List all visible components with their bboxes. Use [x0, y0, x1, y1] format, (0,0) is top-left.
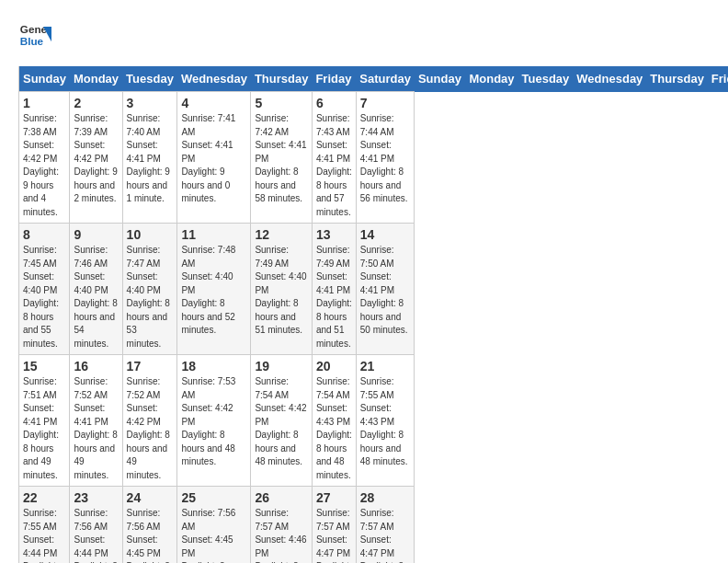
cell-content: Sunrise: 7:50 AMSunset: 4:41 PMDaylight:…	[360, 244, 411, 338]
logo: General Blue	[18, 18, 55, 52]
col-header-wednesday: Wednesday	[177, 66, 251, 92]
cell-content: Sunrise: 7:47 AMSunset: 4:40 PMDaylight:…	[127, 244, 174, 350]
cell-content: Sunrise: 7:42 AMSunset: 4:41 PMDaylight:…	[255, 112, 308, 206]
logo-icon: General Blue	[18, 18, 51, 52]
cell-content: Sunrise: 7:55 AMSunset: 4:43 PMDaylight:…	[360, 375, 411, 469]
calendar-cell: 3Sunrise: 7:40 AMSunset: 4:41 PMDaylight…	[122, 92, 177, 224]
cell-content: Sunrise: 7:56 AMSunset: 4:45 PMDaylight:…	[127, 507, 174, 563]
day-number: 15	[23, 359, 65, 373]
day-number: 5	[255, 96, 308, 110]
day-number: 28	[360, 490, 411, 505]
day-number: 21	[360, 359, 411, 373]
calendar-week-row: 22Sunrise: 7:55 AMSunset: 4:44 PMDayligh…	[19, 487, 729, 564]
calendar-cell: 2Sunrise: 7:39 AMSunset: 4:42 PMDaylight…	[70, 92, 122, 224]
day-number: 16	[74, 359, 118, 373]
day-number: 17	[127, 359, 174, 373]
calendar-cell: 6Sunrise: 7:43 AMSunset: 4:41 PMDaylight…	[312, 92, 356, 224]
calendar-cell: 9Sunrise: 7:46 AMSunset: 4:40 PMDaylight…	[70, 224, 122, 355]
calendar-cell: 4Sunrise: 7:41 AMSunset: 4:41 PMDaylight…	[177, 92, 251, 224]
calendar-cell: 27Sunrise: 7:57 AMSunset: 4:47 PMDayligh…	[312, 487, 356, 564]
calendar-cell: 20Sunrise: 7:54 AMSunset: 4:43 PMDayligh…	[312, 355, 356, 487]
calendar-cell: 17Sunrise: 7:52 AMSunset: 4:42 PMDayligh…	[122, 355, 177, 487]
cell-content: Sunrise: 7:51 AMSunset: 4:41 PMDaylight:…	[23, 375, 65, 482]
cell-content: Sunrise: 7:48 AMSunset: 4:40 PMDaylight:…	[181, 244, 246, 338]
calendar-cell: 22Sunrise: 7:55 AMSunset: 4:44 PMDayligh…	[19, 487, 70, 564]
calendar-cell: 16Sunrise: 7:52 AMSunset: 4:41 PMDayligh…	[70, 355, 122, 487]
col-header-thursday: Thursday	[646, 66, 708, 92]
cell-content: Sunrise: 7:49 AMSunset: 4:40 PMDaylight:…	[255, 244, 308, 338]
col-header-sunday: Sunday	[415, 66, 465, 92]
cell-content: Sunrise: 7:54 AMSunset: 4:42 PMDaylight:…	[255, 375, 308, 469]
day-number: 20	[316, 359, 352, 373]
col-header-monday: Monday	[465, 66, 518, 92]
svg-text:Blue: Blue	[20, 35, 44, 47]
cell-content: Sunrise: 7:46 AMSunset: 4:40 PMDaylight:…	[74, 244, 118, 350]
calendar-cell: 23Sunrise: 7:56 AMSunset: 4:44 PMDayligh…	[70, 487, 122, 564]
day-number: 3	[127, 96, 174, 110]
cell-content: Sunrise: 7:56 AMSunset: 4:44 PMDaylight:…	[74, 507, 118, 563]
day-number: 10	[127, 227, 174, 242]
day-number: 2	[74, 96, 118, 110]
calendar-cell: 18Sunrise: 7:53 AMSunset: 4:42 PMDayligh…	[177, 355, 251, 487]
calendar-cell: 28Sunrise: 7:57 AMSunset: 4:47 PMDayligh…	[356, 487, 415, 564]
calendar-cell: 21Sunrise: 7:55 AMSunset: 4:43 PMDayligh…	[356, 355, 415, 487]
col-header-saturday: Saturday	[356, 66, 415, 92]
day-number: 14	[360, 227, 411, 242]
page-header: General Blue	[18, 18, 710, 52]
cell-content: Sunrise: 7:57 AMSunset: 4:47 PMDaylight:…	[360, 507, 411, 563]
calendar-table: SundayMondayTuesdayWednesdayThursdayFrid…	[18, 66, 728, 563]
day-number: 6	[316, 96, 352, 110]
calendar-cell: 14Sunrise: 7:50 AMSunset: 4:41 PMDayligh…	[356, 224, 415, 355]
col-header-tuesday: Tuesday	[122, 66, 177, 92]
calendar-cell: 8Sunrise: 7:45 AMSunset: 4:40 PMDaylight…	[19, 224, 70, 355]
calendar-header-row: SundayMondayTuesdayWednesdayThursdayFrid…	[19, 66, 729, 92]
cell-content: Sunrise: 7:49 AMSunset: 4:41 PMDaylight:…	[316, 244, 352, 350]
cell-content: Sunrise: 7:43 AMSunset: 4:41 PMDaylight:…	[316, 112, 352, 219]
col-header-monday: Monday	[70, 66, 122, 92]
col-header-sunday: Sunday	[19, 66, 70, 92]
cell-content: Sunrise: 7:52 AMSunset: 4:41 PMDaylight:…	[74, 375, 118, 482]
col-header-thursday: Thursday	[251, 66, 313, 92]
day-number: 22	[23, 490, 65, 505]
day-number: 25	[181, 490, 246, 505]
calendar-cell: 13Sunrise: 7:49 AMSunset: 4:41 PMDayligh…	[312, 224, 356, 355]
day-number: 24	[127, 490, 174, 505]
cell-content: Sunrise: 7:52 AMSunset: 4:42 PMDaylight:…	[127, 375, 174, 482]
calendar-cell: 25Sunrise: 7:56 AMSunset: 4:45 PMDayligh…	[177, 487, 251, 564]
calendar-week-row: 15Sunrise: 7:51 AMSunset: 4:41 PMDayligh…	[19, 355, 729, 487]
calendar-week-row: 1Sunrise: 7:38 AMSunset: 4:42 PMDaylight…	[19, 92, 729, 224]
cell-content: Sunrise: 7:57 AMSunset: 4:46 PMDaylight:…	[255, 507, 308, 563]
day-number: 27	[316, 490, 352, 505]
calendar-cell: 12Sunrise: 7:49 AMSunset: 4:40 PMDayligh…	[251, 224, 313, 355]
day-number: 9	[74, 227, 118, 242]
calendar-cell: 5Sunrise: 7:42 AMSunset: 4:41 PMDaylight…	[251, 92, 313, 224]
col-header-friday: Friday	[312, 66, 356, 92]
day-number: 13	[316, 227, 352, 242]
day-number: 18	[181, 359, 246, 373]
cell-content: Sunrise: 7:39 AMSunset: 4:42 PMDaylight:…	[74, 112, 118, 206]
cell-content: Sunrise: 7:40 AMSunset: 4:41 PMDaylight:…	[127, 112, 174, 206]
calendar-cell: 19Sunrise: 7:54 AMSunset: 4:42 PMDayligh…	[251, 355, 313, 487]
cell-content: Sunrise: 7:45 AMSunset: 4:40 PMDaylight:…	[23, 244, 65, 350]
calendar-cell: 10Sunrise: 7:47 AMSunset: 4:40 PMDayligh…	[122, 224, 177, 355]
calendar-cell: 11Sunrise: 7:48 AMSunset: 4:40 PMDayligh…	[177, 224, 251, 355]
cell-content: Sunrise: 7:44 AMSunset: 4:41 PMDaylight:…	[360, 112, 411, 206]
cell-content: Sunrise: 7:38 AMSunset: 4:42 PMDaylight:…	[23, 112, 65, 219]
cell-content: Sunrise: 7:41 AMSunset: 4:41 PMDaylight:…	[181, 112, 246, 206]
calendar-cell: 24Sunrise: 7:56 AMSunset: 4:45 PMDayligh…	[122, 487, 177, 564]
calendar-cell: 7Sunrise: 7:44 AMSunset: 4:41 PMDaylight…	[356, 92, 415, 224]
cell-content: Sunrise: 7:57 AMSunset: 4:47 PMDaylight:…	[316, 507, 352, 563]
calendar-cell: 15Sunrise: 7:51 AMSunset: 4:41 PMDayligh…	[19, 355, 70, 487]
day-number: 7	[360, 96, 411, 110]
cell-content: Sunrise: 7:54 AMSunset: 4:43 PMDaylight:…	[316, 375, 352, 482]
calendar-cell: 26Sunrise: 7:57 AMSunset: 4:46 PMDayligh…	[251, 487, 313, 564]
calendar-week-row: 8Sunrise: 7:45 AMSunset: 4:40 PMDaylight…	[19, 224, 729, 355]
col-header-tuesday: Tuesday	[518, 66, 574, 92]
day-number: 26	[255, 490, 308, 505]
day-number: 4	[181, 96, 246, 110]
day-number: 1	[23, 96, 65, 110]
cell-content: Sunrise: 7:53 AMSunset: 4:42 PMDaylight:…	[181, 375, 246, 469]
day-number: 19	[255, 359, 308, 373]
day-number: 23	[74, 490, 118, 505]
cell-content: Sunrise: 7:56 AMSunset: 4:45 PMDaylight:…	[181, 507, 246, 563]
